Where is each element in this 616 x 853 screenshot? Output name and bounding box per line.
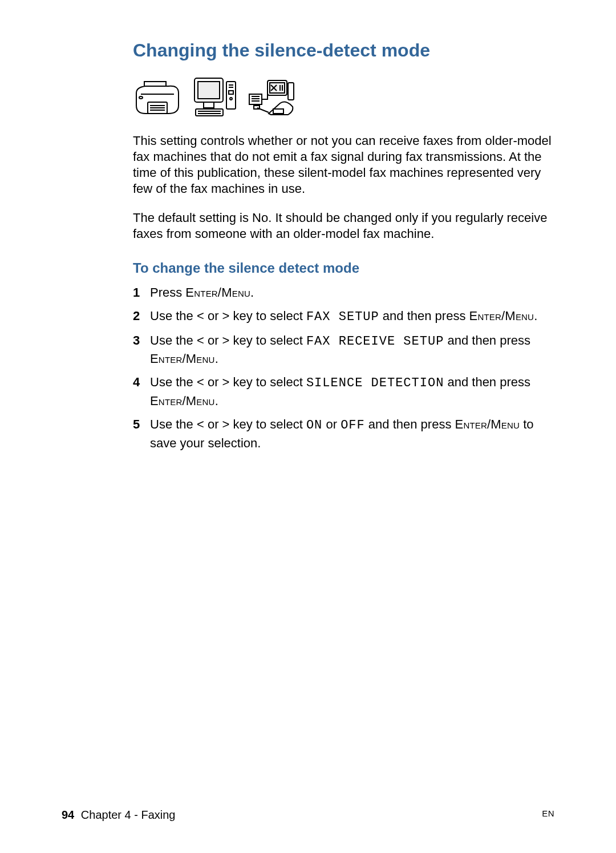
display-text: OFF bbox=[341, 418, 365, 432]
section-heading: Changing the silence-detect mode bbox=[133, 40, 554, 61]
svg-rect-29 bbox=[254, 106, 260, 109]
step-text: Use the < or > key to select SILENCE DET… bbox=[150, 374, 554, 410]
display-text: SILENCE DETECTION bbox=[306, 376, 444, 390]
display-text: FAX RECEIVE SETUP bbox=[306, 334, 444, 349]
key-label: Enter/Menu bbox=[469, 309, 534, 323]
key-label: Enter/Menu bbox=[150, 351, 215, 366]
svg-rect-10 bbox=[229, 91, 233, 94]
key-label: Enter/Menu bbox=[455, 417, 520, 431]
svg-point-4 bbox=[139, 96, 143, 99]
svg-rect-6 bbox=[198, 82, 220, 99]
svg-rect-27 bbox=[273, 109, 283, 114]
step-number: 1 bbox=[133, 284, 150, 302]
step-number: 5 bbox=[133, 416, 150, 452]
footer-left: 94 Chapter 4 - Faxing bbox=[62, 808, 175, 822]
procedure-step: 2Use the < or > key to select FAX SETUP … bbox=[133, 308, 554, 326]
procedure-step: 1Press Enter/Menu. bbox=[133, 284, 554, 302]
intro-paragraph-1: This setting controls whether or not you… bbox=[133, 133, 554, 197]
display-text: FAX SETUP bbox=[306, 310, 379, 324]
step-text: Use the < or > key to select ON or OFF a… bbox=[150, 416, 554, 452]
subsection-heading: To change the silence detect mode bbox=[133, 260, 554, 276]
step-number: 4 bbox=[133, 374, 150, 410]
page-footer: 94 Chapter 4 - Faxing EN bbox=[62, 808, 554, 822]
svg-point-11 bbox=[230, 98, 232, 100]
document-page: Changing the silence-detect mode bbox=[0, 0, 616, 853]
svg-rect-12 bbox=[196, 109, 223, 116]
device-icons-row bbox=[133, 76, 554, 118]
step-text: Press Enter/Menu. bbox=[150, 284, 554, 302]
page-number: 94 bbox=[62, 808, 74, 821]
printer-icon bbox=[133, 78, 182, 118]
network-computer-fax-icon bbox=[248, 79, 295, 118]
procedure-step: 4Use the < or > key to select SILENCE DE… bbox=[133, 374, 554, 410]
key-label: Enter/Menu bbox=[185, 285, 250, 300]
intro-paragraph-2: The default setting is No. It should be … bbox=[133, 210, 554, 242]
step-text: Use the < or > key to select FAX RECEIVE… bbox=[150, 332, 554, 369]
procedure-step: 3Use the < or > key to select FAX RECEIV… bbox=[133, 332, 554, 369]
step-number: 2 bbox=[133, 308, 150, 326]
svg-rect-15 bbox=[204, 102, 214, 108]
display-text: ON bbox=[306, 418, 322, 432]
step-text: Use the < or > key to select FAX SETUP a… bbox=[150, 308, 554, 326]
step-number: 3 bbox=[133, 332, 150, 369]
svg-rect-22 bbox=[288, 83, 294, 100]
footer-right: EN bbox=[542, 808, 554, 822]
procedure-list: 1Press Enter/Menu.2Use the < or > key to… bbox=[133, 284, 554, 452]
svg-rect-7 bbox=[226, 82, 236, 109]
procedure-step: 5Use the < or > key to select ON or OFF … bbox=[133, 416, 554, 452]
key-label: Enter/Menu bbox=[150, 394, 215, 408]
main-content: Changing the silence-detect mode bbox=[133, 40, 554, 452]
chapter-label: Chapter 4 - Faxing bbox=[81, 808, 176, 821]
desktop-computer-icon bbox=[192, 76, 238, 118]
